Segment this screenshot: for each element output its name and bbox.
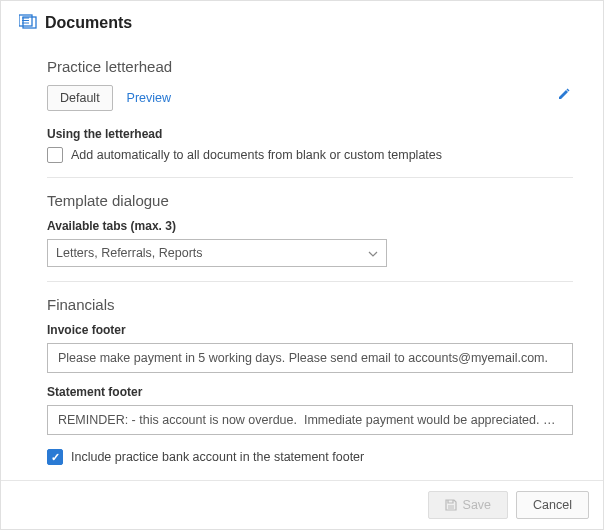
edit-letterhead-button[interactable] — [555, 85, 573, 106]
statement-footer-label: Statement footer — [47, 385, 573, 399]
dialog-content: Practice letterhead Default Preview Usin… — [1, 44, 603, 480]
auto-add-checkbox[interactable] — [47, 147, 63, 163]
available-tabs-label: Available tabs (max. 3) — [47, 219, 573, 233]
template-title: Template dialogue — [47, 192, 169, 209]
section-template: Template dialogue Available tabs (max. 3… — [47, 178, 573, 282]
invoice-footer-label: Invoice footer — [47, 323, 573, 337]
default-button[interactable]: Default — [47, 85, 113, 111]
chevron-down-icon — [368, 248, 378, 259]
statement-footer-input[interactable] — [47, 405, 573, 435]
dialog-footer: Save Cancel — [1, 480, 603, 529]
letterhead-title: Practice letterhead — [47, 58, 172, 75]
dialog-header: Documents — [1, 1, 603, 44]
include-bank-label: Include practice bank account in the sta… — [71, 450, 364, 464]
invoice-footer-input[interactable] — [47, 343, 573, 373]
cancel-button[interactable]: Cancel — [516, 491, 589, 519]
available-tabs-select[interactable]: Letters, Referrals, Reports — [47, 239, 387, 267]
financials-title: Financials — [47, 296, 115, 313]
dialog-title: Documents — [45, 14, 132, 32]
documents-icon — [19, 13, 37, 32]
preview-link[interactable]: Preview — [127, 91, 171, 105]
include-bank-checkbox[interactable] — [47, 449, 63, 465]
section-financials: Financials Invoice footer Statement foot… — [47, 282, 573, 471]
save-button[interactable]: Save — [428, 491, 509, 519]
using-letterhead-label: Using the letterhead — [47, 127, 573, 141]
pencil-icon — [557, 87, 571, 101]
select-value: Letters, Referrals, Reports — [56, 246, 203, 260]
section-letterhead: Practice letterhead Default Preview Usin… — [47, 44, 573, 178]
save-label: Save — [463, 498, 492, 512]
save-icon — [445, 499, 457, 511]
cancel-label: Cancel — [533, 498, 572, 512]
auto-add-label: Add automatically to all documents from … — [71, 148, 442, 162]
svg-rect-4 — [23, 17, 36, 28]
